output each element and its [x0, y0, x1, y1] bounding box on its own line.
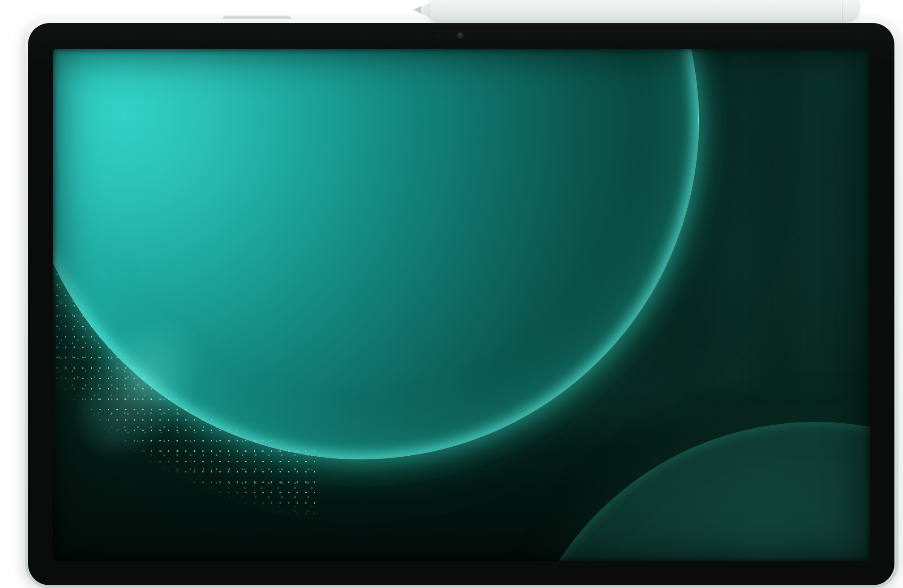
- stylus: [430, 0, 860, 21]
- tablet-screen: [53, 49, 870, 561]
- screen-vignette: [53, 49, 870, 561]
- stylus-cap-seam: [842, 0, 843, 21]
- tablet: [0, 0, 903, 588]
- light-sensor-icon: [438, 34, 441, 38]
- front-camera-icon: [457, 32, 464, 39]
- product-photo: [0, 0, 903, 588]
